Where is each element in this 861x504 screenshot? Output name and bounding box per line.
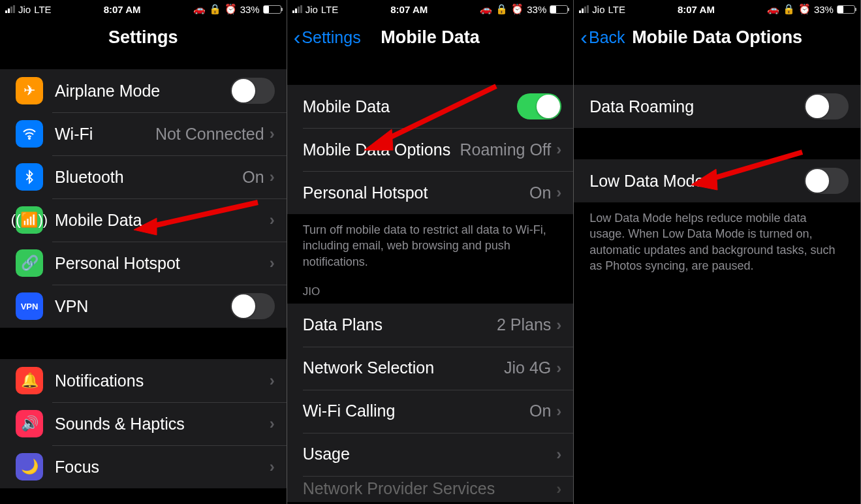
- row-network-selection[interactable]: Network Selection Jio 4G ›: [287, 347, 574, 390]
- signal-icon: [292, 5, 302, 13]
- back-button[interactable]: ‹ Settings: [294, 18, 361, 56]
- carplay-icon: 🚗: [193, 3, 206, 15]
- row-data-plans[interactable]: Data Plans 2 Plans ›: [287, 304, 574, 347]
- back-label: Settings: [302, 28, 360, 47]
- battery-icon: [837, 5, 855, 14]
- battery-icon: [550, 5, 568, 14]
- row-sounds[interactable]: 🔊 Sounds & Haptics ›: [0, 402, 287, 445]
- row-label: Focus: [55, 458, 270, 477]
- settings-group-alerts: 🔔 Notifications › 🔊 Sounds & Haptics › 🌙…: [0, 359, 287, 488]
- row-label: Wi-Fi: [55, 125, 155, 144]
- footer-text: Turn off mobile data to restrict all dat…: [287, 214, 574, 275]
- bluetooth-icon: [16, 163, 43, 191]
- row-label: Data Roaming: [589, 97, 804, 116]
- status-time: 8:07 AM: [678, 4, 715, 15]
- nav-header: ‹ Back Mobile Data Options: [574, 18, 860, 56]
- row-notifications[interactable]: 🔔 Notifications ›: [0, 359, 287, 402]
- chevron-right-icon: ›: [270, 371, 275, 390]
- row-value: Not Connected: [155, 125, 264, 144]
- hotspot-icon: 🔗: [16, 249, 43, 277]
- alarm-icon: ⏰: [798, 3, 811, 15]
- mobile-data-group: Mobile Data Mobile Data Options Roaming …: [287, 85, 574, 214]
- svg-point-0: [29, 138, 30, 139]
- row-personal-hotspot[interactable]: Personal Hotspot On ›: [287, 171, 574, 214]
- roaming-group: Data Roaming: [574, 85, 860, 128]
- chevron-right-icon: ›: [556, 316, 561, 334]
- row-label: Usage: [303, 445, 557, 464]
- signal-icon: [5, 5, 15, 13]
- row-label: Mobile Data Options: [303, 140, 460, 159]
- nav-header: ‹ Settings Mobile Data: [287, 18, 574, 56]
- row-mobile-data-toggle[interactable]: Mobile Data: [287, 85, 574, 128]
- sounds-icon: 🔊: [16, 410, 43, 437]
- row-network-provider-services[interactable]: Network Provider Services ›: [287, 476, 574, 502]
- orientation-lock-icon: 🔒: [495, 3, 508, 15]
- low-data-mode-toggle[interactable]: [804, 168, 849, 194]
- phone-screen-mobile-data-options: Jio LTE 8:07 AM 🚗 🔒 ⏰ 33% ‹ Back Mobile …: [574, 0, 861, 504]
- carrier-label: Jio: [305, 4, 318, 15]
- row-label: Mobile Data: [55, 211, 270, 230]
- row-label: Wi-Fi Calling: [303, 402, 529, 420]
- row-personal-hotspot[interactable]: 🔗 Personal Hotspot ›: [0, 242, 287, 285]
- signal-icon: [579, 5, 589, 13]
- row-usage[interactable]: Usage ›: [287, 433, 574, 476]
- row-wifi-calling[interactable]: Wi-Fi Calling On ›: [287, 390, 574, 433]
- carplay-icon: 🚗: [480, 3, 492, 15]
- network-label: LTE: [34, 4, 51, 15]
- low-data-group: Low Data Mode: [574, 159, 860, 202]
- vpn-icon: VPN: [16, 292, 43, 320]
- airplane-icon: ✈: [16, 77, 43, 104]
- row-focus[interactable]: 🌙 Focus ›: [0, 445, 287, 488]
- row-label: Mobile Data: [303, 97, 518, 116]
- row-label: Low Data Mode: [589, 172, 804, 191]
- chevron-right-icon: ›: [270, 125, 275, 143]
- airplane-toggle[interactable]: [230, 78, 275, 104]
- row-mobile-data[interactable]: ((📶)) Mobile Data ›: [0, 198, 287, 242]
- row-airplane-mode[interactable]: ✈ Airplane Mode: [0, 69, 287, 112]
- row-bluetooth[interactable]: Bluetooth On ›: [0, 155, 287, 198]
- chevron-left-icon: ‹: [580, 25, 587, 50]
- row-low-data-mode[interactable]: Low Data Mode: [574, 159, 860, 202]
- alarm-icon: ⏰: [225, 3, 237, 15]
- row-label: VPN: [55, 297, 230, 316]
- row-vpn[interactable]: VPN VPN: [0, 285, 287, 328]
- row-value: Roaming Off: [460, 140, 551, 159]
- row-data-roaming[interactable]: Data Roaming: [574, 85, 860, 128]
- row-wifi[interactable]: Wi-Fi Not Connected ›: [0, 112, 287, 155]
- status-time: 8:07 AM: [104, 4, 141, 15]
- battery-pct: 33%: [814, 4, 834, 15]
- data-roaming-toggle[interactable]: [804, 93, 849, 119]
- mobile-data-toggle[interactable]: [517, 93, 561, 119]
- footer-text: Low Data Mode helps reduce mobile data u…: [574, 202, 860, 279]
- row-value: Jio 4G: [504, 358, 551, 377]
- alarm-icon: ⏰: [511, 3, 524, 15]
- back-button[interactable]: ‹ Back: [580, 18, 625, 56]
- row-value: On: [242, 168, 264, 187]
- notifications-icon: 🔔: [16, 367, 43, 394]
- row-label: Notifications: [55, 371, 270, 390]
- focus-icon: 🌙: [16, 453, 43, 480]
- row-mobile-data-options[interactable]: Mobile Data Options Roaming Off ›: [287, 128, 574, 171]
- section-header-jio: JIO: [287, 275, 574, 304]
- row-value: 2 Plans: [497, 315, 551, 334]
- orientation-lock-icon: 🔒: [209, 3, 221, 15]
- phone-screen-settings: Jio LTE 8:07 AM 🚗 🔒 ⏰ 33% Settings ✈ Air…: [0, 0, 287, 504]
- row-label: Personal Hotspot: [55, 254, 270, 273]
- chevron-left-icon: ‹: [294, 25, 301, 50]
- row-label: Airplane Mode: [55, 82, 230, 101]
- row-label: Network Provider Services: [303, 479, 557, 498]
- phone-screen-mobile-data: Jio LTE 8:07 AM 🚗 🔒 ⏰ 33% ‹ Settings Mob…: [287, 0, 574, 504]
- status-bar: Jio LTE 8:07 AM 🚗 🔒 ⏰ 33%: [574, 0, 860, 18]
- row-label: Personal Hotspot: [303, 183, 529, 202]
- chevron-right-icon: ›: [270, 458, 275, 476]
- back-label: Back: [589, 28, 625, 47]
- row-label: Bluetooth: [55, 168, 242, 187]
- status-bar: Jio LTE 8:07 AM 🚗 🔒 ⏰ 33%: [0, 0, 287, 18]
- jio-group: Data Plans 2 Plans › Network Selection J…: [287, 304, 574, 502]
- vpn-toggle[interactable]: [230, 293, 275, 319]
- battery-pct: 33%: [240, 4, 260, 15]
- chevron-right-icon: ›: [556, 402, 561, 420]
- cellular-icon: ((📶)): [16, 206, 43, 234]
- status-bar: Jio LTE 8:07 AM 🚗 🔒 ⏰ 33%: [287, 0, 574, 18]
- chevron-right-icon: ›: [556, 445, 561, 464]
